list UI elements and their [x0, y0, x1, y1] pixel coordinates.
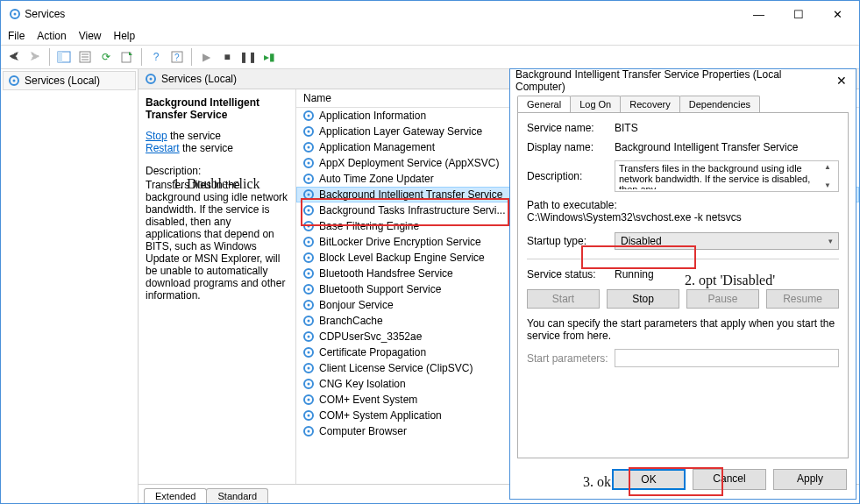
cancel-button[interactable]: Cancel — [693, 469, 766, 490]
app-icon — [8, 7, 22, 21]
value-service-name: BITS — [615, 122, 839, 134]
minimize-button[interactable]: — — [739, 1, 778, 27]
svg-point-54 — [308, 415, 310, 417]
pause-button[interactable]: Pause — [686, 289, 759, 309]
stop-button[interactable]: Stop — [607, 289, 679, 309]
description-value: Transfers files in the background using … — [619, 163, 821, 189]
forward-button[interactable]: ⮞ — [25, 47, 45, 67]
start-params-input[interactable] — [615, 349, 839, 367]
svg-text:?: ? — [174, 53, 180, 62]
value-service-status: Running — [615, 268, 839, 280]
selected-service-name: Background Intelligent Transfer Service — [146, 96, 288, 121]
service-name: Computer Browser — [319, 425, 407, 437]
service-name: Application Information — [319, 110, 426, 122]
svg-rect-3 — [58, 52, 62, 62]
gear-icon — [302, 109, 316, 123]
menu-help[interactable]: Help — [114, 30, 136, 42]
label-display-name: Display name: — [527, 141, 615, 153]
menu-file[interactable]: File — [8, 30, 25, 42]
gear-icon — [302, 188, 316, 202]
help-icon[interactable]: ? — [146, 47, 166, 67]
gear-icon — [302, 424, 316, 438]
gear-icon — [302, 330, 316, 344]
start-button[interactable]: Start — [527, 289, 600, 309]
service-name: Application Management — [319, 141, 435, 153]
service-name: Block Level Backup Engine Service — [319, 252, 485, 264]
svg-point-48 — [308, 367, 310, 370]
startup-type-select[interactable]: Disabled ▾ — [615, 232, 839, 250]
services-window: Services — ☐ ✕ File Action View Help ⮜ ⮞… — [0, 0, 860, 504]
label-start-params: Start parameters: — [527, 352, 615, 365]
svg-point-22 — [308, 162, 310, 165]
service-name: COM+ Event System — [319, 394, 417, 406]
description-box[interactable]: Transfers files in the background using … — [615, 160, 839, 192]
properties-icon[interactable] — [75, 47, 95, 67]
chevron-down-icon: ▾ — [828, 237, 833, 245]
value-path: C:\Windows\System32\svchost.exe -k netsv… — [527, 211, 839, 224]
restart-link[interactable]: Restart — [146, 142, 180, 154]
maximize-button[interactable]: ☐ — [778, 1, 818, 27]
svg-point-16 — [308, 115, 310, 117]
gear-icon — [302, 124, 316, 138]
tab-logon[interactable]: Log On — [570, 96, 621, 112]
label-startup-type: Startup type: — [527, 235, 615, 247]
service-name: Base Filtering Engine — [319, 220, 419, 232]
dialog-close-button[interactable]: ✕ — [833, 74, 850, 88]
value-display-name: Background Intelligent Transfer Service — [615, 141, 839, 153]
tab-extended[interactable]: Extended — [144, 488, 207, 503]
toolbar: ⮜ ⮞ ⟳ ? ? ▶ ■ ❚❚ ▸▮ — [1, 45, 859, 69]
tab-general[interactable]: General — [517, 96, 571, 112]
dialog-body: Service name:BITS Display name:Backgroun… — [517, 112, 849, 458]
service-name: CNG Key Isolation — [319, 378, 406, 390]
gear-icon — [7, 74, 21, 88]
dialog-title: Background Intelligent Transfer Service … — [515, 68, 833, 93]
svg-point-20 — [308, 146, 310, 149]
startup-type-value: Disabled — [621, 235, 662, 247]
stop-icon[interactable]: ■ — [217, 47, 237, 67]
service-name: Bluetooth Handsfree Service — [319, 267, 453, 280]
gear-icon — [302, 345, 316, 359]
resume-button[interactable]: Resume — [766, 289, 839, 309]
export-icon[interactable] — [117, 47, 137, 67]
mid-header-label: Services (Local) — [161, 73, 237, 85]
svg-point-12 — [13, 80, 16, 82]
svg-point-1 — [14, 13, 17, 16]
tree-pane: Services (Local) — [1, 69, 139, 503]
label-service-name: Service name: — [527, 122, 615, 134]
tree-node-services[interactable]: Services (Local) — [3, 71, 136, 90]
tab-standard[interactable]: Standard — [206, 488, 268, 503]
svg-point-26 — [308, 194, 310, 196]
help-text: You can specify the start parameters tha… — [527, 317, 839, 342]
close-button[interactable]: ✕ — [818, 1, 857, 27]
svg-point-52 — [308, 399, 310, 401]
restart-icon[interactable]: ▸▮ — [259, 47, 279, 67]
gear-icon — [302, 314, 316, 328]
tab-dependencies[interactable]: Dependencies — [679, 96, 760, 112]
svg-point-36 — [308, 273, 310, 275]
back-button[interactable]: ⮜ — [4, 47, 24, 67]
help2-icon[interactable]: ? — [167, 47, 187, 67]
svg-point-32 — [308, 241, 310, 244]
svg-point-50 — [308, 383, 310, 386]
apply-button[interactable]: Apply — [773, 469, 847, 490]
show-hide-tree-icon[interactable] — [54, 47, 74, 67]
tab-recovery[interactable]: Recovery — [620, 96, 679, 112]
gear-icon — [302, 377, 316, 391]
description-pane: Background Intelligent Transfer Service … — [139, 89, 296, 484]
refresh-icon[interactable]: ⟳ — [96, 47, 116, 67]
arrow-up-icon[interactable]: ▲ — [821, 163, 835, 171]
pause-icon[interactable]: ❚❚ — [238, 47, 258, 67]
service-name: Bonjour Service — [319, 299, 394, 311]
service-name: Bluetooth Support Service — [319, 283, 441, 295]
play-icon[interactable]: ▶ — [196, 47, 216, 67]
scroll-arrows[interactable]: ▲▼ — [821, 163, 835, 189]
stop-link[interactable]: Stop — [146, 130, 167, 142]
service-name: Auto Time Zone Updater — [319, 173, 434, 185]
ok-button[interactable]: OK — [612, 469, 686, 490]
menu-view[interactable]: View — [79, 30, 102, 42]
svg-point-46 — [308, 351, 310, 354]
tree-node-label: Services (Local) — [25, 75, 100, 87]
arrow-down-icon[interactable]: ▼ — [821, 181, 835, 189]
gear-icon — [302, 251, 316, 265]
menu-action[interactable]: Action — [37, 30, 66, 42]
